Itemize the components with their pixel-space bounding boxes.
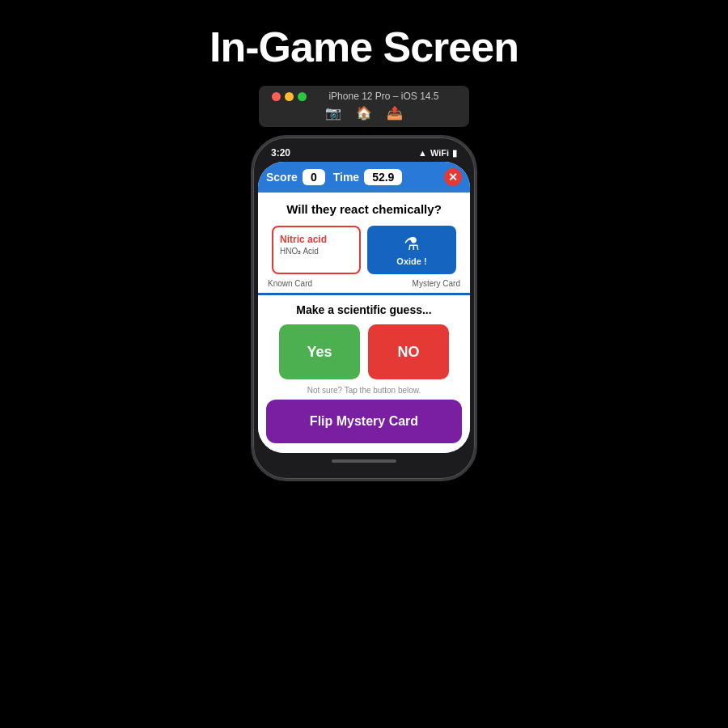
simulator-toolbar: iPhone 12 Pro – iOS 14.5 📷 🏠 📤 — [259, 86, 469, 127]
simulator-toolbar-icons: 📷 🏠 📤 — [325, 105, 403, 121]
flip-mystery-card-button[interactable]: Flip Mystery Card — [266, 400, 462, 443]
close-button[interactable]: ✕ — [444, 168, 462, 186]
yes-button[interactable]: Yes — [279, 324, 360, 379]
score-value: 0 — [303, 169, 325, 185]
mystery-card[interactable]: ⚗ Oxide ! — [367, 226, 456, 274]
mystery-card-label: Oxide ! — [396, 256, 426, 266]
home-indicator — [332, 459, 396, 463]
screenshot-icon[interactable]: 📷 — [325, 105, 341, 121]
time-label: Time — [333, 171, 359, 184]
mystery-card-icon: ⚗ — [404, 234, 420, 255]
known-card-footer-label: Known Card — [268, 279, 312, 288]
time-value: 52.9 — [364, 169, 402, 185]
cards-area: Nitric acid HNO₃ Acid ⚗ Oxide ! — [258, 222, 470, 277]
device-name-label: iPhone 12 Pro – iOS 14.5 — [311, 91, 456, 102]
phone-screen: Score 0 Time 52.9 ✕ Will they react chem… — [258, 162, 470, 453]
card-footer: Known Card Mystery Card — [258, 277, 470, 293]
guess-prompt: Make a scientific guess... — [266, 303, 462, 316]
traffic-lights — [272, 92, 307, 101]
close-traffic-light[interactable] — [272, 92, 281, 101]
score-label: Score — [266, 171, 298, 184]
question-text: Will they react chemically? — [258, 193, 470, 222]
known-card-name: Nitric acid — [280, 234, 353, 245]
minimize-traffic-light[interactable] — [285, 92, 294, 101]
wifi-icon: WiFi — [430, 148, 449, 158]
maximize-traffic-light[interactable] — [298, 92, 307, 101]
guess-section: Make a scientific guess... Yes NO Not su… — [258, 295, 470, 453]
known-card: Nitric acid HNO₃ Acid — [272, 226, 361, 274]
not-sure-text: Not sure? Tap the button below. — [266, 386, 462, 395]
page-title: In-Game Screen — [210, 23, 518, 71]
yes-no-row: Yes NO — [266, 324, 462, 379]
status-bar: 3:20 ▲ WiFi ▮ — [258, 147, 470, 162]
mystery-card-footer-label: Mystery Card — [413, 279, 460, 288]
score-header: Score 0 Time 52.9 ✕ — [258, 162, 470, 193]
signal-icon: ▲ — [418, 148, 427, 158]
no-button[interactable]: NO — [368, 324, 449, 379]
known-card-formula: HNO₃ Acid — [280, 247, 353, 256]
home-icon[interactable]: 🏠 — [356, 105, 372, 121]
battery-icon: ▮ — [452, 148, 457, 159]
phone-frame: 3:20 ▲ WiFi ▮ Score 0 Time 52.9 ✕ Will t… — [251, 135, 477, 481]
share-icon[interactable]: 📤 — [387, 105, 403, 121]
status-time: 3:20 — [271, 147, 290, 159]
